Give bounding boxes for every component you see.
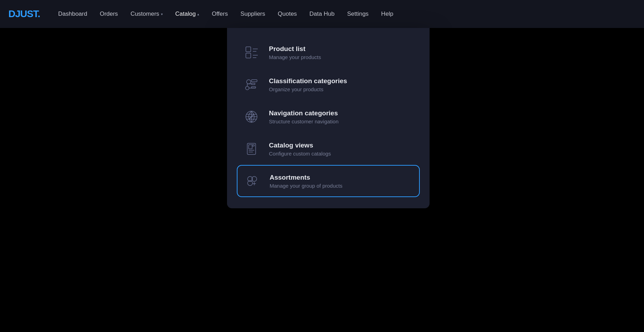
top-navigation: DJUST. Dashboard Orders Customers ▾ Cata…: [0, 0, 644, 28]
menu-item-assortments[interactable]: Assortments Manage your group of product…: [237, 165, 420, 197]
nav-item-customers[interactable]: Customers ▾: [125, 8, 168, 20]
catalog-views-title: Catalog views: [269, 142, 331, 149]
catalog-views-text: Catalog views Configure custom catalogs: [269, 142, 331, 157]
logo-text: DJUST: [8, 8, 38, 19]
catalog-views-subtitle: Configure custom catalogs: [269, 151, 331, 157]
nav-item-offers[interactable]: Offers: [206, 8, 233, 20]
classification-categories-title: Classification categories: [269, 77, 347, 85]
svg-rect-7: [251, 80, 257, 82]
navigation-categories-text: Navigation categories Structure customer…: [269, 109, 338, 124]
assortments-icon: [243, 172, 261, 190]
assortments-subtitle: Manage your group of products: [270, 183, 342, 189]
product-list-text: Product list Manage your products: [269, 45, 321, 60]
product-list-icon: [242, 43, 261, 62]
menu-item-navigation-categories[interactable]: Navigation categories Structure customer…: [237, 101, 420, 133]
svg-rect-21: [249, 145, 252, 149]
svg-rect-1: [246, 53, 251, 58]
logo-dot: .: [38, 8, 40, 19]
product-list-subtitle: Manage your products: [269, 54, 321, 60]
nav-item-suppliers[interactable]: Suppliers: [235, 8, 271, 20]
svg-point-6: [247, 80, 251, 84]
catalog-views-icon: [242, 140, 261, 158]
nav-item-data-hub[interactable]: Data Hub: [304, 8, 340, 20]
nav-item-settings[interactable]: Settings: [342, 8, 374, 20]
assortments-text: Assortments Manage your group of product…: [270, 174, 342, 189]
svg-rect-0: [246, 47, 251, 52]
nav-item-dashboard[interactable]: Dashboard: [52, 8, 93, 20]
menu-item-classification-categories[interactable]: Classification categories Organize your …: [237, 68, 420, 101]
classification-icon: [242, 75, 261, 94]
assortments-title: Assortments: [270, 174, 342, 181]
nav-item-quotes[interactable]: Quotes: [272, 8, 302, 20]
navigation-icon: [242, 108, 261, 126]
catalog-chevron-icon: ▴: [197, 12, 199, 16]
nav-item-orders[interactable]: Orders: [94, 8, 124, 20]
menu-item-product-list[interactable]: Product list Manage your products: [237, 36, 420, 68]
svg-rect-24: [252, 145, 254, 146]
svg-rect-8: [251, 83, 255, 85]
classification-categories-subtitle: Organize your products: [269, 86, 347, 92]
svg-point-9: [246, 86, 249, 90]
navigation-categories-subtitle: Structure customer navigation: [269, 118, 338, 124]
classification-categories-text: Classification categories Organize your …: [269, 77, 347, 92]
nav-item-help[interactable]: Help: [375, 8, 399, 20]
nav-item-catalog[interactable]: Catalog ▴: [170, 8, 205, 20]
logo[interactable]: DJUST.: [8, 8, 40, 20]
navigation-categories-title: Navigation categories: [269, 109, 338, 117]
svg-rect-11: [251, 87, 256, 88]
menu-item-catalog-views[interactable]: Catalog views Configure custom catalogs: [237, 133, 420, 165]
nav-items: Dashboard Orders Customers ▾ Catalog ▴ O…: [52, 8, 636, 20]
customers-chevron-icon: ▾: [161, 12, 163, 16]
product-list-title: Product list: [269, 45, 321, 53]
catalog-dropdown-menu: Product list Manage your products Classi…: [227, 28, 430, 208]
